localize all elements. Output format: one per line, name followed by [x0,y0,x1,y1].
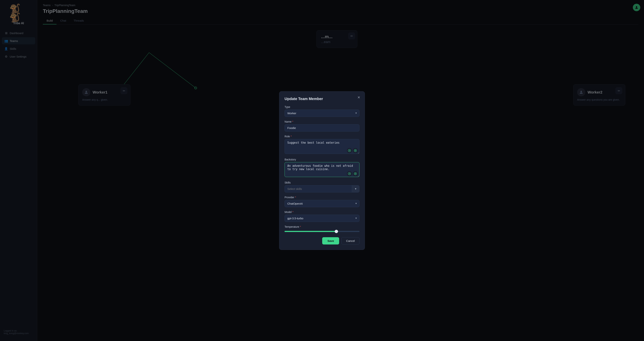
name-field-group: Name * [284,120,360,132]
role-textarea-wrapper: Suggest the best local eateries [284,139,360,155]
backstory-textarea-wrapper: An adventurous foodie who is not afraid … [284,162,360,178]
svg-point-10 [354,172,356,175]
type-select-wrapper: Worker Manager Tool ▼ [284,110,360,117]
skills-field-group: Skills ▼ [284,181,360,192]
modal-footer: Save Cancel [284,237,360,244]
role-required-star: * [291,135,292,138]
provider-select[interactable]: ChatOpenAI Anthropic Google [284,200,360,207]
name-required-star: * [292,120,293,123]
temperature-label: Temperature * [284,225,360,228]
backstory-ai-icon-1[interactable] [347,171,352,176]
model-required-star: * [292,210,293,214]
role-ai-icon-1[interactable] [347,148,352,153]
save-button[interactable]: Save [322,237,339,244]
provider-label: Provider * [284,196,360,199]
model-select-wrapper: gpt-3.5-turbo gpt-4 gpt-4-turbo ▼ [284,215,360,222]
update-team-member-modal: Update Team Member ✕ Type Worker Manager… [279,91,365,250]
provider-select-wrapper: ChatOpenAI Anthropic Google ▼ [284,200,360,207]
backstory-field-group: Backstory An adventurous foodie who is n… [284,158,360,178]
provider-field-group: Provider * ChatOpenAI Anthropic Google ▼ [284,196,360,207]
modal-title: Update Team Member [284,97,360,101]
backstory-ai-icons [347,171,358,176]
model-select[interactable]: gpt-3.5-turbo gpt-4 gpt-4-turbo [284,215,360,222]
skills-dropdown-button[interactable]: ▼ [352,186,359,192]
modal-overlay: Update Team Member ✕ Type Worker Manager… [0,0,644,341]
role-ai-icons [347,148,358,153]
provider-required-star: * [295,196,296,199]
modal-close-button[interactable]: ✕ [356,95,361,100]
skills-label: Skills [284,181,360,184]
svg-point-8 [354,149,356,152]
type-label: Type [284,106,360,108]
backstory-ai-icon-2[interactable] [353,171,358,176]
temperature-field-group: Temperature * [284,225,360,233]
model-label: Model * [284,210,360,214]
temperature-required-star: * [300,225,301,228]
skills-input-wrapper: ▼ [284,185,360,192]
role-field-group: Role * Suggest the best local eateries [284,135,360,155]
name-input[interactable] [284,124,360,132]
model-field-group: Model * gpt-3.5-turbo gpt-4 gpt-4-turbo … [284,210,360,222]
backstory-label: Backstory [284,158,360,161]
type-select[interactable]: Worker Manager Tool [284,110,360,117]
type-field-group: Type Worker Manager Tool ▼ [284,106,360,117]
cancel-button[interactable]: Cancel [342,237,360,244]
skills-input[interactable] [285,186,352,192]
role-label: Role * [284,135,360,138]
temperature-slider[interactable] [284,231,360,232]
name-label: Name * [284,120,360,123]
role-ai-icon-2[interactable] [353,148,358,153]
